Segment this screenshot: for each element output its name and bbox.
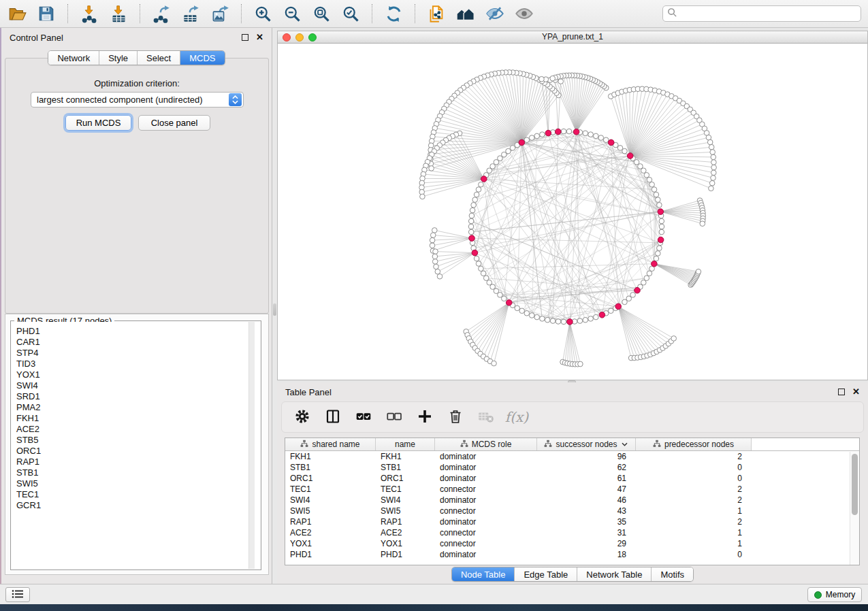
network-node[interactable]	[656, 197, 661, 203]
network-node[interactable]	[534, 314, 540, 320]
leaf-node[interactable]	[434, 264, 439, 269]
table-scrollbar-thumb[interactable]	[852, 454, 858, 515]
mcds-hub-node[interactable]	[472, 250, 478, 256]
mcds-result-item[interactable]: GCR1	[16, 500, 260, 511]
table-cell[interactable]: dominator	[435, 474, 537, 483]
export-table-button[interactable]	[179, 3, 202, 24]
zoom-fit-button[interactable]	[310, 3, 333, 24]
table-cell[interactable]: 29	[537, 539, 636, 548]
mcds-result-item[interactable]: SWI4	[16, 380, 260, 391]
table-cell[interactable]: 47	[537, 484, 636, 494]
tab-network[interactable]: Network	[48, 51, 99, 65]
table-cell[interactable]: SWI4	[376, 495, 435, 505]
table-cell[interactable]: YOX1	[285, 539, 376, 548]
table-cell[interactable]: connector	[435, 539, 537, 548]
network-node[interactable]	[588, 316, 594, 322]
mcds-hub-node[interactable]	[599, 312, 605, 318]
network-node[interactable]	[550, 318, 556, 324]
table-cell[interactable]: TEC1	[285, 484, 376, 494]
table-cell[interactable]: 46	[537, 495, 636, 505]
table-row[interactable]: TEC1TEC1connector472	[285, 484, 859, 495]
network-node[interactable]	[483, 276, 489, 281]
network-node[interactable]	[594, 133, 599, 139]
network-node[interactable]	[561, 129, 566, 134]
network-node[interactable]	[487, 168, 492, 174]
table-cell[interactable]: SWI4	[285, 495, 376, 505]
tab-mcds[interactable]: MCDS	[180, 51, 224, 65]
show-columns-button[interactable]	[323, 408, 342, 427]
mcds-result-item[interactable]: TEC1	[16, 489, 260, 500]
mcds-result-item[interactable]: TID3	[16, 359, 260, 369]
network-node[interactable]	[659, 224, 664, 229]
table-cell[interactable]: PHD1	[376, 550, 435, 559]
network-node[interactable]	[617, 146, 623, 151]
float-table-panel-icon[interactable]	[838, 389, 845, 395]
table-tab-motifs[interactable]: Motifs	[652, 567, 693, 581]
refresh-button[interactable]	[382, 3, 405, 24]
leaf-node[interactable]	[430, 237, 435, 243]
column-header-name[interactable]: name	[376, 438, 435, 450]
leaf-node[interactable]	[492, 361, 497, 366]
network-node[interactable]	[529, 313, 534, 318]
network-node[interactable]	[654, 256, 659, 261]
table-cell[interactable]: SWI5	[285, 506, 376, 516]
zoom-in-button[interactable]	[251, 3, 274, 24]
network-node[interactable]	[479, 182, 484, 187]
leaf-node[interactable]	[671, 336, 677, 342]
mcds-result-item[interactable]: ORC1	[16, 446, 260, 457]
network-node[interactable]	[534, 133, 540, 139]
table-cell[interactable]: ORC1	[376, 474, 435, 483]
network-node[interactable]	[490, 284, 496, 290]
table-cell[interactable]: dominator	[435, 517, 537, 527]
network-node[interactable]	[470, 208, 475, 213]
leaf-node[interactable]	[432, 254, 438, 259]
task-history-button[interactable]	[5, 587, 30, 602]
network-node[interactable]	[630, 293, 636, 298]
deselect-all-button[interactable]	[385, 408, 404, 427]
network-node[interactable]	[469, 213, 475, 218]
minimize-window-icon[interactable]	[295, 33, 304, 42]
mcds-result-item[interactable]: STB1	[16, 467, 260, 478]
table-cell[interactable]: 1	[636, 506, 752, 516]
network-node[interactable]	[583, 131, 588, 136]
network-node[interactable]	[594, 314, 599, 320]
network-node[interactable]	[647, 177, 652, 182]
table-cell[interactable]: 0	[636, 463, 752, 472]
leaf-node[interactable]	[711, 176, 716, 181]
table-cell[interactable]: 0	[636, 474, 752, 483]
search-input[interactable]	[677, 7, 856, 20]
network-node[interactable]	[471, 203, 477, 208]
table-cell[interactable]: 43	[537, 506, 636, 516]
table-row[interactable]: ORC1ORC1dominator610	[285, 473, 859, 484]
mcds-hub-node[interactable]	[658, 237, 664, 243]
network-node[interactable]	[556, 319, 561, 325]
close-window-icon[interactable]	[283, 33, 291, 42]
run-mcds-button[interactable]: Run MCDS	[65, 115, 131, 131]
mcds-result-item[interactable]: ACE2	[16, 424, 260, 435]
column-header-successor-nodes[interactable]: successor nodes	[537, 438, 636, 450]
network-node[interactable]	[609, 308, 614, 314]
table-row[interactable]: YOX1YOX1connector291	[285, 538, 859, 549]
delete-button[interactable]	[446, 408, 465, 427]
network-node[interactable]	[659, 229, 664, 235]
table-cell[interactable]: dominator	[435, 550, 537, 559]
leaf-node[interactable]	[700, 221, 705, 227]
mcds-hub-node[interactable]	[519, 139, 525, 146]
mcds-hub-node[interactable]	[652, 261, 658, 267]
close-panel-button[interactable]: Close panel	[138, 115, 210, 131]
leaf-node[interactable]	[432, 228, 438, 233]
table-cell[interactable]: connector	[435, 528, 537, 538]
maximize-window-icon[interactable]	[308, 33, 317, 42]
table-cell[interactable]: 1	[636, 528, 752, 538]
network-node[interactable]	[545, 317, 550, 323]
table-tab-edge-table[interactable]: Edge Table	[515, 567, 577, 581]
column-header-shared-name[interactable]: shared name	[285, 438, 376, 450]
network-canvas[interactable]	[278, 44, 867, 380]
table-cell[interactable]: 2	[636, 452, 752, 461]
leaf-node[interactable]	[435, 269, 440, 274]
network-node[interactable]	[515, 306, 520, 311]
splitter-grip[interactable]	[273, 303, 276, 316]
vertical-splitter[interactable]	[272, 28, 277, 584]
network-node[interactable]	[519, 308, 525, 314]
leaf-node[interactable]	[430, 233, 436, 238]
